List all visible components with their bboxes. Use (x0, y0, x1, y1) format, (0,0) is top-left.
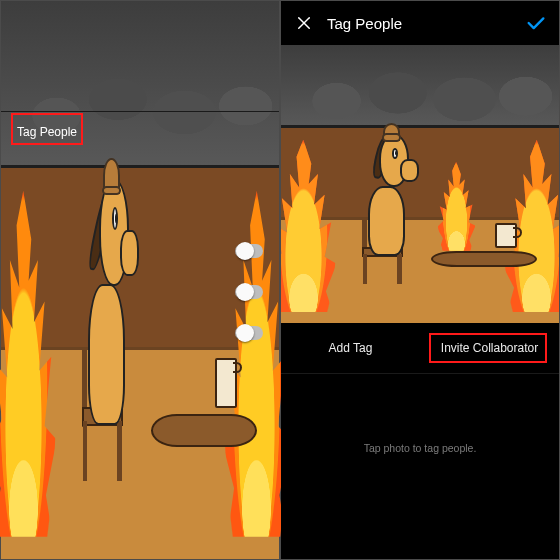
invite-collaborator-button[interactable]: Invite Collaborator (420, 341, 559, 355)
row-tag-people[interactable]: Tag People (1, 111, 279, 152)
toggle-tumblr[interactable] (235, 326, 263, 340)
caption-row: This is fine. (1, 45, 279, 111)
confirm-check-icon[interactable] (525, 12, 547, 34)
tag-actions: Add Tag Invite Collaborator (281, 323, 559, 374)
screen-new-post: New Post This is fine. (1, 1, 279, 559)
post-thumbnail[interactable] (227, 55, 265, 93)
add-tag-button[interactable]: Add Tag (281, 341, 420, 355)
photo-preview[interactable] (281, 45, 559, 323)
header: Tag People (281, 1, 559, 45)
page-title: Tag People (327, 15, 402, 32)
toggle-facebook[interactable] (235, 244, 263, 258)
toggle-twitter[interactable] (235, 285, 263, 299)
row-label: Tag People (17, 125, 77, 139)
screen-tag-people: Tag People Add Tag Invite Coll (281, 1, 559, 559)
tap-photo-hint: Tap photo to tag people. (281, 442, 559, 454)
close-icon[interactable] (293, 12, 315, 34)
